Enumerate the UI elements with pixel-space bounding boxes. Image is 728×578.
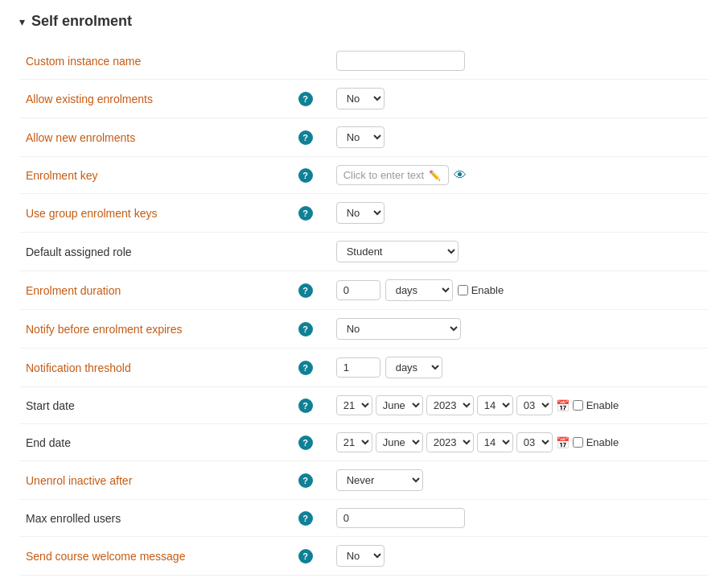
row-custom-welcome: Custom welcome message ? <box>19 576 709 579</box>
row-allow-new: Allow new enrolments ? No Yes <box>19 118 709 157</box>
unenrol-inactive-select[interactable]: Never After 1 day After 3 days After 7 d… <box>336 469 423 491</box>
threshold-unit-select[interactable]: days hours <box>385 357 442 378</box>
enrolment-key-edit-icon: ✏️ <box>429 170 441 181</box>
end-hour-select[interactable]: 14 <box>477 432 513 452</box>
control-notify-before: No Yes <box>330 310 709 349</box>
start-calendar-icon[interactable]: 📅 <box>556 399 570 412</box>
label-notification-threshold: Notification threshold <box>19 349 282 387</box>
end-day-select[interactable]: 21 <box>336 432 372 452</box>
end-date-wrapper: 21 June 2023 14 03 📅 <box>336 432 702 452</box>
help-unenrol-inactive-icon[interactable]: ? <box>298 473 313 488</box>
help-notification-threshold-cell: ? <box>282 349 330 387</box>
help-use-group-keys-icon[interactable]: ? <box>298 206 313 221</box>
row-end-date: End date ? 21 June 2023 14 <box>19 424 709 461</box>
label-max-enrolled: Max enrolled users <box>19 500 282 537</box>
collapse-chevron[interactable]: ▾ <box>19 15 25 28</box>
allow-new-select[interactable]: No Yes <box>336 126 385 148</box>
duration-enable-text: Enable <box>471 284 504 296</box>
help-allow-new-icon[interactable]: ? <box>298 130 313 145</box>
control-default-role: Student Teacher Non-editing teacher Mana… <box>330 233 709 271</box>
control-use-group-keys: No Yes <box>330 194 709 233</box>
start-hour-select[interactable]: 14 <box>477 395 513 415</box>
help-notify-before-icon[interactable]: ? <box>298 322 313 336</box>
enrolment-key-eye-icon[interactable]: 👁 <box>454 168 467 183</box>
row-custom-instance-name: Custom instance name <box>19 43 709 80</box>
max-enrolled-input[interactable] <box>336 508 465 528</box>
use-group-keys-select[interactable]: No Yes <box>336 202 385 224</box>
help-allow-existing-icon[interactable]: ? <box>298 92 313 106</box>
help-allow-existing-cell: ? <box>282 80 330 118</box>
start-year-select[interactable]: 2023 <box>426 395 474 415</box>
control-allow-new: No Yes <box>330 118 709 157</box>
row-enrolment-duration: Enrolment duration ? days hours minutes … <box>19 271 709 310</box>
label-notify-before: Notify before enrolment expires <box>19 310 282 349</box>
help-welcome-message-icon[interactable]: ? <box>298 549 313 564</box>
start-enable-text: Enable <box>586 399 619 411</box>
control-custom-instance-name <box>330 43 709 80</box>
help-start-date-icon[interactable]: ? <box>298 398 313 413</box>
row-default-role: Default assigned role Student Teacher No… <box>19 233 709 271</box>
duration-value-input[interactable] <box>336 280 380 300</box>
end-calendar-icon[interactable]: 📅 <box>556 436 570 449</box>
start-date-wrapper: 21 June 2023 14 03 📅 <box>336 395 702 415</box>
control-enrolment-key: Click to enter text ✏️ 👁 <box>330 157 709 194</box>
help-max-enrolled-cell: ? <box>282 500 330 537</box>
help-end-date-icon[interactable]: ? <box>298 436 313 450</box>
help-max-enrolled-icon[interactable]: ? <box>298 511 313 526</box>
end-year-select[interactable]: 2023 <box>426 432 474 452</box>
control-unenrol-inactive: Never After 1 day After 3 days After 7 d… <box>330 461 709 500</box>
end-minute-select[interactable]: 03 <box>516 432 553 452</box>
help-notification-threshold-icon[interactable]: ? <box>298 361 313 375</box>
help-start-date-cell: ? <box>282 387 330 424</box>
end-enable-checkbox[interactable] <box>573 437 583 448</box>
control-max-enrolled <box>330 500 709 537</box>
label-end-date: End date <box>19 424 282 461</box>
end-enable-label: Enable <box>573 436 619 448</box>
control-custom-welcome <box>330 576 709 579</box>
start-minute-select[interactable]: 03 <box>516 395 553 415</box>
row-allow-existing: Allow existing enrolments ? No Yes <box>19 80 709 118</box>
enrolment-key-placeholder: Click to enter text <box>343 169 424 181</box>
start-enable-checkbox[interactable] <box>573 400 583 411</box>
help-enrolment-key-icon[interactable]: ? <box>298 168 313 183</box>
help-allow-new-cell: ? <box>282 118 330 157</box>
label-default-role: Default assigned role <box>19 233 282 271</box>
welcome-message-select[interactable]: No Yes <box>336 545 385 567</box>
notify-before-select[interactable]: No Yes <box>336 318 461 340</box>
control-start-date: 21 June 2023 14 03 📅 <box>330 387 709 424</box>
end-month-select[interactable]: June <box>376 432 423 452</box>
allow-existing-select[interactable]: No Yes <box>336 88 385 109</box>
row-enrolment-key: Enrolment key ? Click to enter text ✏️ 👁 <box>19 157 709 194</box>
section-title: Self enrolment <box>31 13 132 30</box>
label-unenrol-inactive: Unenrol inactive after <box>19 461 282 500</box>
duration-enable-label: Enable <box>458 284 504 296</box>
help-unenrol-inactive-cell: ? <box>282 461 330 500</box>
row-welcome-message: Send course welcome message ? No Yes <box>19 537 709 576</box>
enrolment-key-field[interactable]: Click to enter text ✏️ <box>336 165 449 185</box>
label-start-date: Start date <box>19 387 282 424</box>
control-enrolment-duration: days hours minutes Enable <box>330 271 709 310</box>
help-enrolment-duration-cell: ? <box>282 271 330 310</box>
help-custom-welcome-cell: ? <box>282 576 330 579</box>
custom-instance-name-input[interactable] <box>336 51 465 71</box>
duration-wrapper: days hours minutes Enable <box>336 279 702 301</box>
label-custom-welcome: Custom welcome message <box>19 576 282 579</box>
control-end-date: 21 June 2023 14 03 📅 <box>330 424 709 461</box>
help-enrolment-duration-icon[interactable]: ? <box>298 283 313 298</box>
label-enrolment-key: Enrolment key <box>19 157 282 194</box>
help-welcome-message-cell: ? <box>282 537 330 576</box>
help-default-role-cell <box>282 233 330 271</box>
label-welcome-message: Send course welcome message <box>19 537 282 576</box>
default-role-select[interactable]: Student Teacher Non-editing teacher Mana… <box>336 241 459 262</box>
start-month-select[interactable]: June <box>376 395 423 415</box>
row-notify-before: Notify before enrolment expires ? No Yes <box>19 310 709 349</box>
help-notify-before-cell: ? <box>282 310 330 349</box>
duration-enable-checkbox[interactable] <box>458 285 468 295</box>
duration-unit-select[interactable]: days hours minutes <box>385 279 453 301</box>
settings-form: Custom instance name Allow existing enro… <box>19 43 709 578</box>
section-header: ▾ Self enrolment <box>19 13 709 30</box>
label-allow-existing: Allow existing enrolments <box>19 80 282 118</box>
threshold-value-input[interactable] <box>336 357 380 378</box>
start-day-select[interactable]: 21 <box>336 395 372 415</box>
help-use-group-keys-cell: ? <box>282 194 330 233</box>
